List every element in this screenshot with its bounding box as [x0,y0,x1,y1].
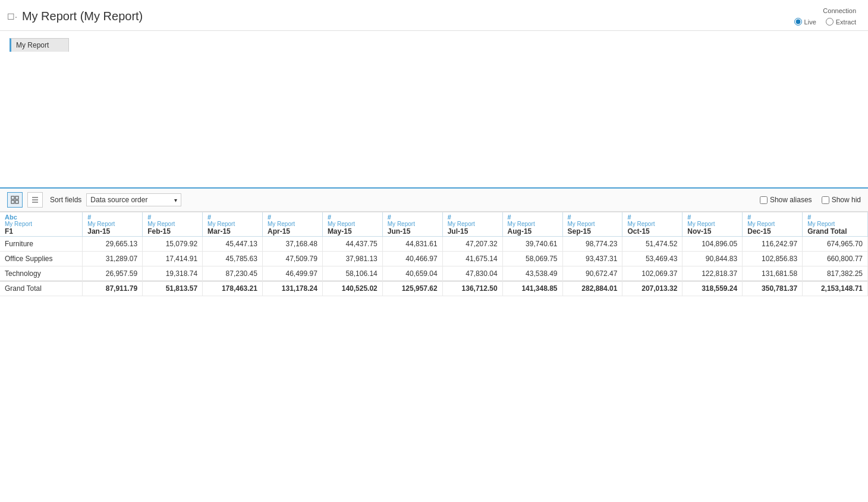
cell-value: 17,414.91 [143,252,203,266]
col-source-label: My Report [627,221,677,227]
col-header-sep-15[interactable]: # My Report Sep-15 [562,212,622,237]
col-source-label: My Report [207,221,257,227]
cell-value: 40,659.04 [382,266,442,281]
cell-value: 39,740.61 [502,237,562,252]
cell-value: 40,466.97 [382,252,442,266]
sheet-tab[interactable]: My Report [10,38,69,52]
col-name-label: Jan-15 [87,227,137,236]
sheet-tab-label: My Report [16,41,49,49]
col-type-icon: # [568,214,618,221]
connection-area: Connection Live Extract [794,7,856,26]
cell-value: 47,830.04 [442,266,502,281]
svg-rect-1 [15,196,18,199]
grid-view-button[interactable] [7,192,23,208]
live-radio[interactable]: Live [794,18,816,26]
table-row: Grand Total87,911.7951,813.57178,463.211… [0,281,868,296]
cell-value: 102,069.37 [622,266,683,281]
col-type-icon: # [207,214,257,221]
col-type-icon: # [268,214,317,221]
col-header-jan-15[interactable]: # My Report Jan-15 [83,212,143,237]
cell-value: 44,831.61 [382,237,442,252]
toolbar-right: Show aliases Show hid [760,196,861,204]
show-hidden-label: Show hid [832,196,861,204]
data-table-container: Abc My Report F1 # My Report Jan-15 # My… [0,212,868,296]
extract-radio-input[interactable] [826,18,834,26]
list-view-button[interactable] [27,192,43,208]
cell-value: 53,469.43 [622,252,683,266]
show-aliases-checkbox[interactable]: Show aliases [760,196,812,204]
extract-radio[interactable]: Extract [826,18,856,26]
col-source-label: My Report [508,221,558,227]
col-source-label: My Report [5,221,77,227]
show-aliases-label: Show aliases [770,196,812,204]
col-name-label: Apr-15 [268,227,317,236]
show-hidden-input[interactable] [822,196,829,204]
cell-value: 45,447.13 [203,237,263,252]
cell-value: 37,168.48 [262,237,322,252]
cell-value: 29,665.13 [83,237,143,252]
cell-value: 98,774.23 [562,237,622,252]
col-type-icon: # [147,214,197,221]
col-source-label: My Report [268,221,317,227]
cell-value: 46,499.97 [262,266,322,281]
col-header-dec-15[interactable]: # My Report Dec-15 [743,212,803,237]
col-header-feb-15[interactable]: # My Report Feb-15 [143,212,203,237]
col-header-may-15[interactable]: # My Report May-15 [322,212,382,237]
report-icon: ☐· [7,12,17,21]
cell-value: 674,965.70 [803,237,868,252]
title-area: ☐· My Report (My Report) [7,10,143,23]
col-header-f1[interactable]: Abc My Report F1 [0,212,83,237]
col-header-mar-15[interactable]: # My Report Mar-15 [203,212,263,237]
col-type-icon: # [388,214,438,221]
cell-value: 45,785.63 [203,252,263,266]
cell-value: 131,178.24 [262,281,322,296]
col-name-label: Aug-15 [508,227,558,236]
svg-rect-0 [11,196,14,199]
col-name-label: Grand Total [807,227,863,236]
col-header-grand-total[interactable]: # My Report Grand Total [803,212,868,237]
col-header-apr-15[interactable]: # My Report Apr-15 [262,212,322,237]
connection-label: Connection [823,7,856,14]
col-type-icon: # [747,214,797,221]
col-name-label: Nov-15 [687,227,737,236]
sort-order-value: Data source order [90,196,147,204]
cell-value: 87,230.45 [203,266,263,281]
cell-value: 116,242.97 [743,237,803,252]
cell-value: 136,712.50 [442,281,502,296]
cell-value: 141,348.85 [502,281,562,296]
col-source-label: My Report [448,221,498,227]
col-name-label: Sep-15 [568,227,618,236]
col-source-label: My Report [328,221,378,227]
data-table: Abc My Report F1 # My Report Jan-15 # My… [0,212,868,296]
col-type-icon: # [328,214,378,221]
table-row: Office Supplies31,289.0717,414.9145,785.… [0,252,868,266]
cell-value: 660,800.77 [803,252,868,266]
cell-value: 122,818.37 [683,266,743,281]
cell-value: 350,781.37 [743,281,803,296]
cell-value: 58,069.75 [502,252,562,266]
live-label: Live [804,18,816,26]
sort-order-dropdown[interactable]: Data source order ▾ [86,193,181,206]
cell-value: 90,844.83 [683,252,743,266]
col-type-icon: # [687,214,737,221]
col-header-jun-15[interactable]: # My Report Jun-15 [382,212,442,237]
show-aliases-input[interactable] [760,196,768,204]
show-hidden-checkbox[interactable]: Show hid [822,196,861,204]
page-title: My Report (My Report) [22,10,143,23]
row-label: Grand Total [0,281,83,296]
cell-value: 93,437.31 [562,252,622,266]
header: ☐· My Report (My Report) Connection Live… [0,0,868,31]
cell-value: 47,509.79 [262,252,322,266]
cell-value: 58,106.14 [322,266,382,281]
col-header-oct-15[interactable]: # My Report Oct-15 [622,212,683,237]
grid-icon [11,196,19,204]
col-header-nov-15[interactable]: # My Report Nov-15 [683,212,743,237]
col-header-jul-15[interactable]: # My Report Jul-15 [442,212,502,237]
col-name-label: Jun-15 [388,227,438,236]
cell-value: 31,289.07 [83,252,143,266]
live-radio-input[interactable] [794,18,802,26]
cell-value: 87,911.79 [83,281,143,296]
col-header-aug-15[interactable]: # My Report Aug-15 [502,212,562,237]
col-source-label: My Report [87,221,137,227]
col-name-label: Oct-15 [627,227,677,236]
